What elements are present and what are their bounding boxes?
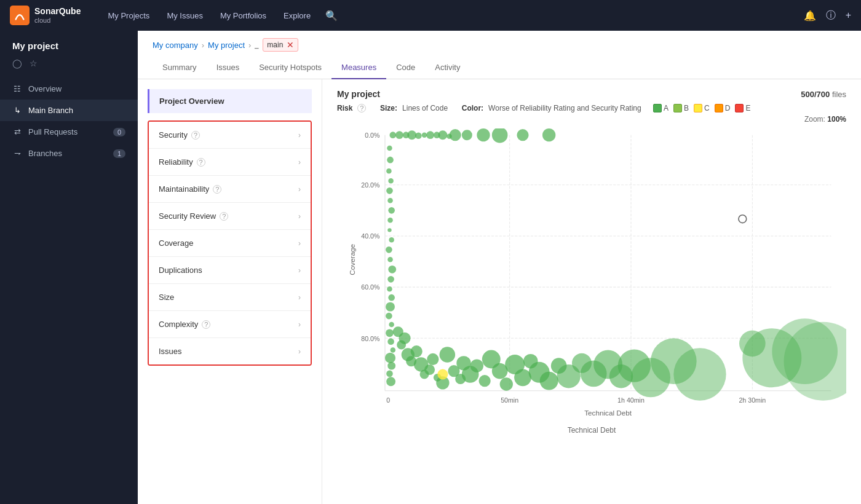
menu-item-security-review-label: Security Review (159, 211, 216, 221)
size-label: Size: (380, 104, 397, 112)
svg-text:Technical Debt: Technical Debt (584, 409, 632, 417)
svg-point-105 (437, 369, 448, 379)
logo[interactable]: SonarQube cloud (10, 6, 81, 25)
tabs: Summary Issues Security Hotspots Measure… (138, 57, 861, 79)
svg-point-69 (411, 345, 423, 357)
favorite-icon[interactable]: ☆ (30, 58, 38, 68)
nav-my-portfolios[interactable]: My Portfolios (213, 7, 274, 24)
svg-point-82 (479, 375, 491, 387)
chart-zoom: Zoom: 100% (337, 115, 846, 124)
svg-point-50 (388, 266, 396, 274)
svg-point-59 (391, 347, 396, 353)
svg-point-56 (389, 322, 394, 328)
svg-point-25 (407, 130, 416, 140)
menu-item-security-review-left: Security Review ? (159, 211, 228, 221)
search-icon[interactable]: 🔍 (325, 10, 338, 22)
color-value: Worse of Reliability Rating and Security… (488, 104, 641, 112)
issues-chevron: › (298, 347, 301, 356)
tab-security-hotspots[interactable]: Security Hotspots (249, 57, 331, 79)
menu-item-reliability[interactable]: Reliability ? › (149, 149, 311, 176)
coverage-chevron: › (298, 239, 301, 248)
logo-sub: cloud (34, 17, 81, 24)
legend-label-d: D (725, 104, 731, 112)
legend-color-e (735, 104, 744, 112)
breadcrumb-branch-close[interactable]: ✕ (287, 40, 294, 50)
maintainability-help-icon[interactable]: ? (213, 185, 221, 194)
svg-text:1h 40min: 1h 40min (617, 396, 645, 404)
security-review-help-icon[interactable]: ? (220, 212, 228, 221)
menu-item-complexity[interactable]: Complexity ? › (149, 311, 311, 338)
tab-summary[interactable]: Summary (153, 57, 207, 79)
legend-label-b: B (684, 104, 689, 112)
github-icon[interactable]: ◯ (12, 58, 22, 68)
pr-icon: ⇄ (12, 127, 22, 136)
chart-file-count: 500/700 files (801, 90, 846, 99)
legend-color-a (653, 104, 662, 112)
branch-icon-small: ⎯ (255, 41, 259, 49)
reliability-chevron: › (298, 158, 301, 167)
svg-point-106 (739, 215, 747, 223)
tab-activity[interactable]: Activity (425, 57, 470, 79)
sidebar-project-icons: ◯ ☆ (0, 56, 138, 78)
breadcrumb-branch: main ✕ (263, 38, 298, 52)
zoom-value: 100% (827, 115, 846, 124)
nav-explore[interactable]: Explore (276, 7, 318, 24)
reliability-help-icon[interactable]: ? (197, 158, 205, 167)
security-help-icon[interactable]: ? (191, 131, 200, 140)
bubble-chart: 0.0% 20.0% 40.0% 60.0% 80.0% 0 50min 1h … (337, 128, 846, 423)
chart-legend: Risk ? Size: Lines of Code Color: Worse … (337, 104, 846, 112)
notifications-icon[interactable]: 🔔 (804, 10, 816, 22)
sidebar-project-title: My project (0, 31, 138, 56)
chart-container[interactable]: 0.0% 20.0% 40.0% 60.0% 80.0% 0 50min 1h … (337, 128, 846, 423)
svg-text:0.0%: 0.0% (365, 132, 380, 139)
svg-point-57 (386, 329, 394, 337)
menu-item-security-review[interactable]: Security Review ? › (149, 203, 311, 230)
svg-point-72 (424, 364, 435, 375)
breadcrumb-project[interactable]: My project (208, 41, 245, 50)
svg-point-85 (500, 377, 513, 390)
menu-item-security-left: Security ? (159, 130, 200, 140)
menu-item-issues-left: Issues (159, 347, 182, 356)
menu-item-issues[interactable]: Issues › (149, 338, 311, 364)
sidebar-item-branches[interactable]: ⇁ Branches 1 (0, 143, 138, 164)
svg-point-42 (386, 187, 393, 194)
nav-my-issues[interactable]: My Issues (159, 7, 210, 24)
tab-issues[interactable]: Issues (207, 57, 250, 79)
pr-badge: 0 (113, 128, 125, 136)
svg-point-53 (388, 294, 395, 301)
menu-item-maintainability-label: Maintainability (159, 184, 209, 194)
legend-color-d (715, 104, 723, 112)
legend-b: B (673, 104, 689, 112)
tab-measures[interactable]: Measures (331, 57, 386, 79)
sidebar-item-main-branch[interactable]: ↳ Main Branch (0, 100, 138, 121)
menu-item-security[interactable]: Security ? › (149, 122, 311, 149)
breadcrumb-sep-2: › (248, 41, 251, 50)
menu-item-maintainability[interactable]: Maintainability ? › (149, 176, 311, 203)
menu-item-duplications[interactable]: Duplications › (149, 257, 311, 284)
legend-a: A (653, 104, 669, 112)
duplications-chevron: › (298, 266, 301, 275)
risk-help-icon[interactable]: ? (357, 104, 366, 112)
svg-text:40.0%: 40.0% (361, 232, 380, 240)
chart-header: My project 500/700 files (337, 89, 846, 99)
svg-point-73 (427, 353, 438, 365)
nav-my-projects[interactable]: My Projects (100, 7, 157, 24)
breadcrumb-company[interactable]: My company (153, 41, 198, 50)
complexity-help-icon[interactable]: ? (202, 320, 210, 329)
complexity-chevron: › (298, 320, 301, 329)
svg-point-51 (387, 276, 394, 283)
menu-item-issues-label: Issues (159, 347, 182, 356)
svg-point-32 (450, 129, 461, 141)
svg-point-26 (415, 132, 422, 139)
sidebar-item-overview[interactable]: ☷ Overview (0, 78, 138, 100)
svg-point-43 (387, 198, 393, 203)
svg-text:50min: 50min (501, 396, 518, 404)
help-icon[interactable]: ⓘ (826, 9, 836, 22)
sidebar-item-pull-requests[interactable]: ⇄ Pull Requests 0 (0, 121, 138, 143)
menu-item-coverage[interactable]: Coverage › (149, 230, 311, 257)
add-icon[interactable]: + (846, 10, 851, 21)
menu-item-coverage-left: Coverage (159, 238, 193, 248)
svg-point-58 (387, 338, 394, 345)
tab-code[interactable]: Code (386, 57, 425, 79)
menu-item-size[interactable]: Size › (149, 284, 311, 311)
